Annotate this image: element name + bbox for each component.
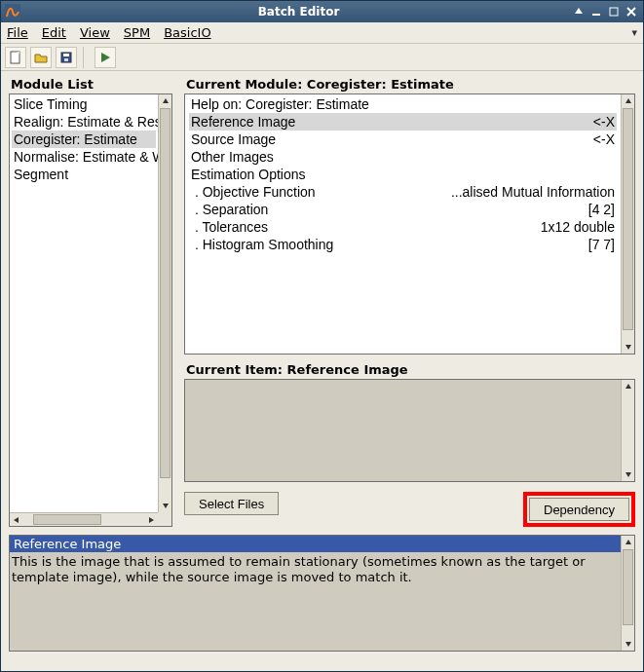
button-row: Select Files Dependency: [184, 492, 635, 527]
body-area: Module List Slice TimingRealign: Estimat…: [1, 71, 643, 671]
param-list-vscroll[interactable]: [621, 94, 634, 354]
help-box: Reference Image This is the image that i…: [9, 535, 635, 652]
close-icon[interactable]: [624, 5, 639, 19]
svg-marker-12: [163, 98, 169, 103]
new-file-button[interactable]: [5, 47, 26, 68]
batch-editor-window: Batch Editor File Edit View SPM BasicIO …: [0, 0, 644, 672]
current-item-box[interactable]: [184, 379, 635, 482]
param-row[interactable]: Other Images: [189, 148, 617, 166]
scroll-up-icon[interactable]: [622, 536, 634, 549]
param-row[interactable]: Estimation Options: [189, 166, 617, 183]
svg-rect-9: [63, 54, 69, 56]
svg-rect-2: [592, 14, 600, 16]
param-name: Help on: Coregister: Estimate: [191, 95, 369, 113]
scroll-down-icon[interactable]: [159, 499, 171, 512]
svg-marker-20: [625, 540, 631, 544]
param-row[interactable]: Reference Image<-X: [189, 113, 617, 131]
shade-icon[interactable]: [571, 5, 587, 19]
svg-marker-16: [625, 98, 631, 103]
scroll-thumb[interactable]: [33, 514, 101, 525]
scroll-down-icon[interactable]: [622, 340, 634, 354]
param-value: 1x12 double: [541, 218, 615, 236]
param-name: . Separation: [191, 201, 268, 218]
svg-marker-18: [625, 384, 631, 389]
module-list[interactable]: Slice TimingRealign: Estimate & ResliceC…: [10, 94, 158, 512]
module-list-vscroll[interactable]: [158, 94, 171, 512]
menu-overflow-icon[interactable]: ▾: [631, 26, 637, 39]
param-row[interactable]: . Tolerances1x12 double: [189, 218, 617, 236]
play-icon: [98, 51, 112, 64]
scroll-up-icon[interactable]: [159, 94, 171, 108]
param-list-box: Help on: Coregister: EstimateReference I…: [184, 93, 635, 355]
open-file-button[interactable]: [30, 47, 52, 68]
list-item[interactable]: Slice Timing: [12, 95, 156, 113]
help-vscroll[interactable]: [621, 536, 634, 651]
scroll-thumb[interactable]: [160, 108, 170, 478]
list-item[interactable]: Coregister: Estimate: [12, 131, 156, 148]
svg-marker-17: [625, 345, 631, 350]
dependency-button[interactable]: Dependency: [529, 498, 629, 521]
scroll-corner: [158, 512, 171, 526]
module-list-label: Module List: [11, 77, 172, 92]
param-name: . Objective Function: [191, 183, 316, 201]
upper-area: Module List Slice TimingRealign: Estimat…: [9, 77, 635, 527]
scroll-down-icon[interactable]: [622, 637, 634, 651]
svg-marker-1: [575, 8, 583, 14]
list-item[interactable]: Segment: [12, 166, 156, 183]
current-module-column: Current Module: Coregister: Estimate Hel…: [184, 77, 635, 527]
param-row[interactable]: Help on: Coregister: Estimate: [189, 95, 617, 113]
list-item[interactable]: Realign: Estimate & Reslice: [12, 113, 156, 131]
scroll-up-icon[interactable]: [622, 94, 634, 108]
minimize-icon[interactable]: [588, 5, 604, 19]
window-title: Batch Editor: [26, 5, 571, 19]
scroll-thumb[interactable]: [623, 108, 633, 330]
scroll-right-icon[interactable]: [144, 513, 158, 526]
select-files-button[interactable]: Select Files: [184, 492, 279, 515]
param-row[interactable]: . Histogram Smoothing[7 7]: [189, 236, 617, 253]
window-controls: [571, 5, 639, 19]
menu-edit[interactable]: Edit: [42, 25, 66, 40]
param-name: . Tolerances: [191, 218, 268, 236]
app-logo-icon: [5, 4, 20, 19]
param-row[interactable]: . Objective Function...alised Mutual Inf…: [189, 183, 617, 201]
scroll-thumb[interactable]: [623, 549, 633, 625]
current-item-vscroll[interactable]: [621, 380, 634, 481]
list-item[interactable]: Normalise: Estimate & Write: [12, 148, 156, 166]
param-row[interactable]: Source Image<-X: [189, 131, 617, 148]
svg-marker-13: [163, 504, 169, 508]
maximize-icon[interactable]: [606, 5, 622, 19]
menu-spm[interactable]: SPM: [124, 25, 150, 40]
scroll-down-icon[interactable]: [622, 467, 634, 481]
menu-file[interactable]: File: [7, 25, 28, 40]
svg-marker-14: [14, 517, 19, 523]
param-row[interactable]: . Separation[4 2]: [189, 201, 617, 218]
open-folder-icon: [34, 51, 48, 64]
current-item-label: Current Item: Reference Image: [186, 362, 635, 377]
toolbar: [1, 44, 643, 71]
dependency-highlight: Dependency: [523, 492, 635, 527]
save-button[interactable]: [56, 47, 77, 68]
svg-rect-10: [64, 58, 68, 61]
param-value: <-X: [593, 131, 615, 148]
svg-marker-21: [625, 642, 631, 647]
param-list[interactable]: Help on: Coregister: EstimateReference I…: [185, 94, 621, 354]
module-list-column: Module List Slice TimingRealign: Estimat…: [9, 77, 172, 527]
titlebar: Batch Editor: [1, 1, 643, 22]
help-body: This is the image that is assumed to rem…: [10, 552, 621, 587]
svg-marker-19: [625, 472, 631, 477]
menubar: File Edit View SPM BasicIO ▾: [1, 22, 643, 44]
current-item-section: Current Item: Reference Image: [184, 362, 635, 482]
save-icon: [59, 51, 73, 64]
param-name: Reference Image: [191, 113, 295, 131]
module-list-hscroll[interactable]: [10, 512, 158, 526]
run-button[interactable]: [95, 47, 116, 68]
menu-basicio[interactable]: BasicIO: [164, 25, 210, 40]
help-title: Reference Image: [10, 536, 621, 552]
scroll-up-icon[interactable]: [622, 380, 634, 393]
param-name: Other Images: [191, 148, 274, 166]
scroll-left-icon[interactable]: [10, 513, 23, 526]
svg-rect-6: [11, 52, 19, 63]
param-name: Source Image: [191, 131, 276, 148]
menu-view[interactable]: View: [80, 25, 110, 40]
current-module-label: Current Module: Coregister: Estimate: [186, 77, 635, 92]
